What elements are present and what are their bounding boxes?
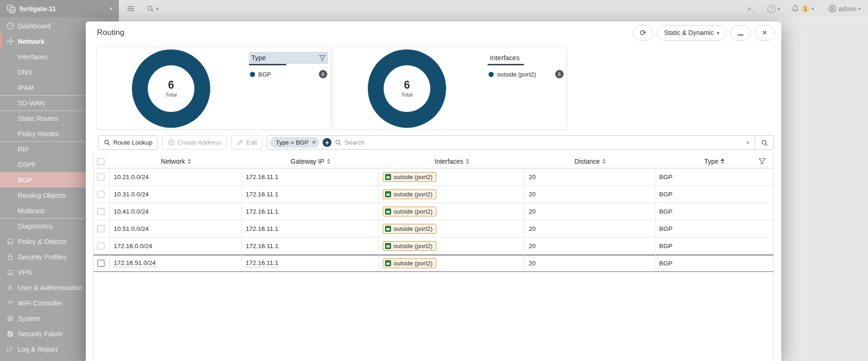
hamburger-menu-icon[interactable] bbox=[126, 4, 135, 13]
row-checkbox[interactable] bbox=[97, 225, 104, 232]
type-total-value: 6 bbox=[168, 80, 174, 90]
laptop-icon bbox=[6, 268, 14, 277]
minimize-icon bbox=[737, 35, 744, 35]
ethernet-port-icon bbox=[385, 191, 391, 197]
cell-network: 172.16.51.0/24 bbox=[110, 255, 242, 271]
interfaces-donut-chart: 6 Total bbox=[368, 49, 446, 128]
column-header-interfaces[interactable]: Interfaces bbox=[379, 158, 525, 165]
chevron-down-icon: ▾ bbox=[778, 6, 780, 11]
interface-badge[interactable]: outside (port2) bbox=[383, 172, 436, 182]
type-legend: Type BGP 6 bbox=[249, 52, 328, 78]
interfaces-chart-card: 6 Total Interfaces outside (port2) 6 bbox=[332, 47, 567, 130]
row-checkbox[interactable] bbox=[97, 243, 104, 250]
row-checkbox[interactable] bbox=[97, 208, 104, 215]
global-search-button[interactable]: ▾ bbox=[146, 5, 158, 13]
submit-search-button[interactable] bbox=[755, 136, 773, 149]
column-header-distance[interactable]: Distance bbox=[525, 158, 655, 165]
cell-type: BGP bbox=[655, 186, 773, 202]
ethernet-port-icon bbox=[385, 226, 391, 232]
user-avatar-icon bbox=[828, 4, 837, 13]
notifications-menu[interactable]: 1 ▾ bbox=[791, 5, 814, 13]
notification-count-badge: 1 bbox=[801, 5, 810, 13]
series-color-dot bbox=[489, 72, 494, 77]
interfaces-total-label: Total bbox=[401, 92, 413, 97]
legend-underline bbox=[249, 64, 286, 65]
row-checkbox[interactable] bbox=[97, 191, 104, 198]
column-header-network[interactable]: Network bbox=[110, 158, 242, 165]
filter-funnel-icon[interactable] bbox=[319, 55, 326, 62]
create-address-button[interactable]: Create Address bbox=[162, 135, 227, 150]
admin-menu[interactable]: admin ▾ bbox=[828, 4, 861, 13]
ethernet-port-icon bbox=[385, 208, 391, 215]
cell-gateway: 172.16.11.1 bbox=[242, 255, 379, 271]
ethernet-port-icon bbox=[385, 260, 391, 266]
interface-badge[interactable]: outside (port2) bbox=[383, 258, 436, 268]
cell-distance: 20 bbox=[525, 237, 655, 254]
chevron-down-icon: ▾ bbox=[110, 6, 112, 12]
lock-icon bbox=[6, 253, 14, 261]
cli-console-icon[interactable]: >_ bbox=[747, 5, 756, 13]
column-header-gateway-ip[interactable]: Gateway IP bbox=[242, 158, 379, 165]
top-bar-right: ▾ >_ ? ▾ 1 ▾ admin ▾ bbox=[119, 0, 868, 17]
table-row[interactable]: 10.21.0.0/24 172.16.11.1 outside (port2)… bbox=[94, 168, 773, 186]
type-chart-card: 6 Total Type BGP 6 bbox=[96, 47, 331, 130]
series-color-dot bbox=[250, 72, 255, 77]
table-toolbar: Route Lookup Create Address Edit Type = … bbox=[98, 135, 774, 150]
sort-icon bbox=[466, 159, 469, 164]
type-legend-header[interactable]: Type bbox=[249, 52, 328, 64]
user-icon bbox=[6, 284, 14, 292]
cell-interface: outside (port2) bbox=[379, 237, 525, 254]
ethernet-port-icon bbox=[385, 243, 391, 249]
clear-search-icon[interactable]: ✕ bbox=[745, 139, 750, 146]
cell-gateway: 172.16.11.1 bbox=[242, 168, 379, 185]
search-icon bbox=[335, 139, 342, 146]
interface-badge[interactable]: outside (port2) bbox=[383, 189, 436, 199]
edit-button[interactable]: Edit bbox=[231, 135, 262, 150]
filter-pill-type-bgp[interactable]: Type = BGP ✕ bbox=[270, 137, 319, 148]
cell-interface: outside (port2) bbox=[379, 168, 525, 185]
sort-icon bbox=[602, 159, 606, 164]
search-bar: Type = BGP ✕ + ✕ bbox=[267, 135, 774, 150]
type-legend-item[interactable]: BGP 6 bbox=[249, 70, 328, 78]
table-row[interactable]: 10.31.0.0/24 172.16.11.1 outside (port2)… bbox=[94, 186, 773, 203]
table-empty-area bbox=[94, 272, 773, 361]
cell-network: 10.51.0.0/24 bbox=[110, 220, 242, 237]
admin-username: admin bbox=[839, 5, 856, 13]
table-row-focused[interactable]: 172.16.51.0/24 172.16.11.1 outside (port… bbox=[94, 255, 773, 272]
device-selector[interactable]: fortigate-11 ▾ bbox=[0, 0, 119, 17]
table-row[interactable]: 172.16.0.0/24 172.16.11.1 outside (port2… bbox=[94, 237, 773, 255]
interface-badge[interactable]: outside (port2) bbox=[383, 241, 436, 251]
cell-gateway: 172.16.11.1 bbox=[242, 203, 379, 220]
refresh-button[interactable]: ⟳ bbox=[633, 25, 653, 41]
minimize-button[interactable] bbox=[730, 25, 751, 41]
route-lookup-button[interactable]: Route Lookup bbox=[98, 135, 158, 150]
cell-type: BGP bbox=[655, 255, 773, 271]
help-icon: ? bbox=[767, 5, 776, 13]
cell-gateway: 172.16.11.1 bbox=[242, 220, 379, 237]
help-menu[interactable]: ? ▾ bbox=[767, 5, 780, 13]
interfaces-total-value: 6 bbox=[404, 80, 410, 90]
close-button[interactable]: ✕ bbox=[754, 25, 775, 41]
interfaces-legend-header[interactable]: Interfaces bbox=[488, 52, 565, 64]
interface-badge[interactable]: outside (port2) bbox=[383, 224, 436, 234]
row-checkbox[interactable] bbox=[97, 174, 104, 180]
interface-badge[interactable]: outside (port2) bbox=[383, 207, 436, 216]
top-bar: fortigate-11 ▾ ▾ >_ ? ▾ 1 ▾ admin bbox=[0, 0, 868, 17]
remove-filter-icon[interactable]: ✕ bbox=[312, 139, 316, 146]
pencil-icon bbox=[236, 139, 243, 146]
column-header-type[interactable]: Type bbox=[655, 158, 773, 165]
routes-table: Network Gateway IP Interfaces Distance T… bbox=[93, 155, 774, 361]
select-all-checkbox[interactable] bbox=[97, 158, 104, 165]
route-view-selector[interactable]: Static & Dynamic ▾ bbox=[657, 25, 726, 41]
interfaces-legend-item[interactable]: outside (port2) 6 bbox=[488, 70, 565, 78]
cell-type: BGP bbox=[655, 168, 773, 185]
log-lines-icon bbox=[6, 345, 14, 354]
table-row[interactable]: 10.41.0.0/24 172.16.11.1 outside (port2)… bbox=[94, 203, 773, 220]
table-filter-funnel-icon[interactable] bbox=[758, 158, 766, 165]
row-checkbox[interactable] bbox=[97, 260, 104, 267]
search-input[interactable] bbox=[344, 139, 741, 146]
add-filter-button[interactable]: + bbox=[323, 138, 331, 147]
chevron-down-icon: ▾ bbox=[717, 30, 719, 35]
table-row[interactable]: 10.51.0.0/24 172.16.11.1 outside (port2)… bbox=[94, 220, 773, 237]
cell-gateway: 172.16.11.1 bbox=[242, 237, 379, 254]
